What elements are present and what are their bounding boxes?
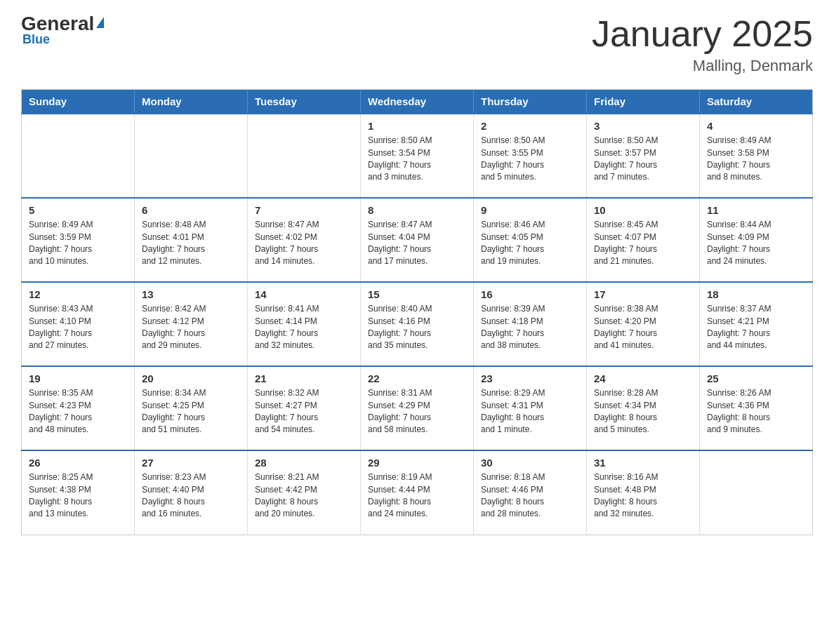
calendar-day-29: 29Sunrise: 8:19 AM Sunset: 4:44 PM Dayli… — [361, 450, 474, 535]
day-number: 15 — [368, 288, 466, 300]
day-info: Sunrise: 8:50 AM Sunset: 3:55 PM Dayligh… — [481, 135, 579, 184]
day-number: 9 — [481, 204, 579, 216]
calendar-empty-cell — [22, 114, 135, 198]
day-number: 4 — [707, 120, 805, 132]
day-info: Sunrise: 8:32 AM Sunset: 4:27 PM Dayligh… — [255, 387, 353, 436]
day-info: Sunrise: 8:40 AM Sunset: 4:16 PM Dayligh… — [368, 303, 466, 352]
calendar-day-16: 16Sunrise: 8:39 AM Sunset: 4:18 PM Dayli… — [474, 282, 587, 366]
calendar-empty-cell — [135, 114, 248, 198]
calendar-day-21: 21Sunrise: 8:32 AM Sunset: 4:27 PM Dayli… — [248, 366, 361, 450]
day-number: 26 — [29, 457, 127, 469]
calendar-week-row: 19Sunrise: 8:35 AM Sunset: 4:23 PM Dayli… — [22, 366, 813, 450]
calendar-day-30: 30Sunrise: 8:18 AM Sunset: 4:46 PM Dayli… — [474, 450, 587, 535]
day-number: 27 — [142, 457, 240, 469]
calendar-day-9: 9Sunrise: 8:46 AM Sunset: 4:05 PM Daylig… — [474, 198, 587, 282]
logo-triangle-icon — [96, 17, 104, 28]
logo-general-text: General — [21, 14, 94, 34]
day-info: Sunrise: 8:46 AM Sunset: 4:05 PM Dayligh… — [481, 219, 579, 268]
weekday-header-tuesday: Tuesday — [248, 90, 361, 114]
calendar-day-24: 24Sunrise: 8:28 AM Sunset: 4:34 PM Dayli… — [587, 366, 700, 450]
day-info: Sunrise: 8:44 AM Sunset: 4:09 PM Dayligh… — [707, 219, 805, 268]
day-info: Sunrise: 8:47 AM Sunset: 4:04 PM Dayligh… — [368, 219, 466, 268]
calendar-day-7: 7Sunrise: 8:47 AM Sunset: 4:02 PM Daylig… — [248, 198, 361, 282]
day-info: Sunrise: 8:29 AM Sunset: 4:31 PM Dayligh… — [481, 387, 579, 436]
calendar-day-8: 8Sunrise: 8:47 AM Sunset: 4:04 PM Daylig… — [361, 198, 474, 282]
calendar-subtitle: Malling, Denmark — [592, 57, 813, 75]
calendar-day-27: 27Sunrise: 8:23 AM Sunset: 4:40 PM Dayli… — [135, 450, 248, 535]
calendar-day-17: 17Sunrise: 8:38 AM Sunset: 4:20 PM Dayli… — [587, 282, 700, 366]
calendar-day-31: 31Sunrise: 8:16 AM Sunset: 4:48 PM Dayli… — [587, 450, 700, 535]
weekday-header-wednesday: Wednesday — [361, 90, 474, 114]
day-info: Sunrise: 8:16 AM Sunset: 4:48 PM Dayligh… — [594, 471, 692, 521]
day-info: Sunrise: 8:31 AM Sunset: 4:29 PM Dayligh… — [368, 387, 466, 436]
day-info: Sunrise: 8:25 AM Sunset: 4:38 PM Dayligh… — [29, 471, 127, 521]
day-number: 13 — [142, 288, 240, 300]
calendar-day-6: 6Sunrise: 8:48 AM Sunset: 4:01 PM Daylig… — [135, 198, 248, 282]
day-number: 19 — [29, 373, 127, 384]
calendar-day-3: 3Sunrise: 8:50 AM Sunset: 3:57 PM Daylig… — [587, 114, 700, 198]
day-info: Sunrise: 8:19 AM Sunset: 4:44 PM Dayligh… — [368, 471, 466, 521]
day-number: 16 — [481, 288, 579, 300]
day-info: Sunrise: 8:42 AM Sunset: 4:12 PM Dayligh… — [142, 303, 240, 352]
calendar-day-2: 2Sunrise: 8:50 AM Sunset: 3:55 PM Daylig… — [474, 114, 587, 198]
title-block: January 2025 Malling, Denmark — [592, 14, 813, 75]
calendar-week-row: 26Sunrise: 8:25 AM Sunset: 4:38 PM Dayli… — [22, 450, 813, 535]
calendar-day-18: 18Sunrise: 8:37 AM Sunset: 4:21 PM Dayli… — [700, 282, 813, 366]
calendar-day-4: 4Sunrise: 8:49 AM Sunset: 3:58 PM Daylig… — [700, 114, 813, 198]
day-info: Sunrise: 8:43 AM Sunset: 4:10 PM Dayligh… — [29, 303, 127, 352]
calendar-title: January 2025 — [592, 14, 813, 54]
day-info: Sunrise: 8:23 AM Sunset: 4:40 PM Dayligh… — [142, 471, 240, 521]
calendar-day-5: 5Sunrise: 8:49 AM Sunset: 3:59 PM Daylig… — [22, 198, 135, 282]
calendar-week-row: 1Sunrise: 8:50 AM Sunset: 3:54 PM Daylig… — [22, 114, 813, 198]
day-number: 20 — [142, 373, 240, 384]
calendar-day-11: 11Sunrise: 8:44 AM Sunset: 4:09 PM Dayli… — [700, 198, 813, 282]
day-number: 8 — [368, 204, 466, 216]
day-number: 10 — [594, 204, 692, 216]
day-info: Sunrise: 8:18 AM Sunset: 4:46 PM Dayligh… — [481, 471, 579, 521]
calendar-week-row: 12Sunrise: 8:43 AM Sunset: 4:10 PM Dayli… — [22, 282, 813, 366]
day-number: 30 — [481, 457, 579, 469]
calendar-day-28: 28Sunrise: 8:21 AM Sunset: 4:42 PM Dayli… — [248, 450, 361, 535]
weekday-header-friday: Friday — [587, 90, 700, 114]
calendar-day-25: 25Sunrise: 8:26 AM Sunset: 4:36 PM Dayli… — [700, 366, 813, 450]
calendar-week-row: 5Sunrise: 8:49 AM Sunset: 3:59 PM Daylig… — [22, 198, 813, 282]
day-number: 7 — [255, 204, 353, 216]
day-number: 31 — [594, 457, 692, 469]
calendar-day-26: 26Sunrise: 8:25 AM Sunset: 4:38 PM Dayli… — [22, 450, 135, 535]
weekday-header-thursday: Thursday — [474, 90, 587, 114]
logo-blue-text: Blue — [21, 32, 50, 47]
day-info: Sunrise: 8:50 AM Sunset: 3:57 PM Dayligh… — [594, 135, 692, 184]
day-number: 12 — [29, 288, 127, 300]
day-info: Sunrise: 8:38 AM Sunset: 4:20 PM Dayligh… — [594, 303, 692, 352]
day-info: Sunrise: 8:47 AM Sunset: 4:02 PM Dayligh… — [255, 219, 353, 268]
day-info: Sunrise: 8:48 AM Sunset: 4:01 PM Dayligh… — [142, 219, 240, 268]
day-number: 24 — [594, 373, 692, 384]
day-info: Sunrise: 8:49 AM Sunset: 3:59 PM Dayligh… — [29, 219, 127, 268]
calendar-table: SundayMondayTuesdayWednesdayThursdayFrid… — [21, 89, 813, 535]
day-info: Sunrise: 8:49 AM Sunset: 3:58 PM Dayligh… — [707, 135, 805, 184]
calendar-day-22: 22Sunrise: 8:31 AM Sunset: 4:29 PM Dayli… — [361, 366, 474, 450]
day-number: 2 — [481, 120, 579, 132]
day-number: 28 — [255, 457, 353, 469]
calendar-day-12: 12Sunrise: 8:43 AM Sunset: 4:10 PM Dayli… — [22, 282, 135, 366]
day-info: Sunrise: 8:50 AM Sunset: 3:54 PM Dayligh… — [368, 135, 466, 184]
calendar-empty-cell — [700, 450, 813, 535]
day-number: 23 — [481, 373, 579, 384]
day-number: 17 — [594, 288, 692, 300]
weekday-header-monday: Monday — [135, 90, 248, 114]
day-info: Sunrise: 8:37 AM Sunset: 4:21 PM Dayligh… — [707, 303, 805, 352]
calendar-day-15: 15Sunrise: 8:40 AM Sunset: 4:16 PM Dayli… — [361, 282, 474, 366]
calendar-header-row: SundayMondayTuesdayWednesdayThursdayFrid… — [22, 90, 813, 114]
day-number: 21 — [255, 373, 353, 384]
day-number: 25 — [707, 373, 805, 384]
day-info: Sunrise: 8:21 AM Sunset: 4:42 PM Dayligh… — [255, 471, 353, 521]
page-header: General Blue January 2025 Malling, Denma… — [21, 14, 813, 75]
day-number: 18 — [707, 288, 805, 300]
day-info: Sunrise: 8:34 AM Sunset: 4:25 PM Dayligh… — [142, 387, 240, 436]
day-info: Sunrise: 8:39 AM Sunset: 4:18 PM Dayligh… — [481, 303, 579, 352]
calendar-day-1: 1Sunrise: 8:50 AM Sunset: 3:54 PM Daylig… — [361, 114, 474, 198]
weekday-header-sunday: Sunday — [22, 90, 135, 114]
calendar-day-14: 14Sunrise: 8:41 AM Sunset: 4:14 PM Dayli… — [248, 282, 361, 366]
day-number: 1 — [368, 120, 466, 132]
day-number: 6 — [142, 204, 240, 216]
